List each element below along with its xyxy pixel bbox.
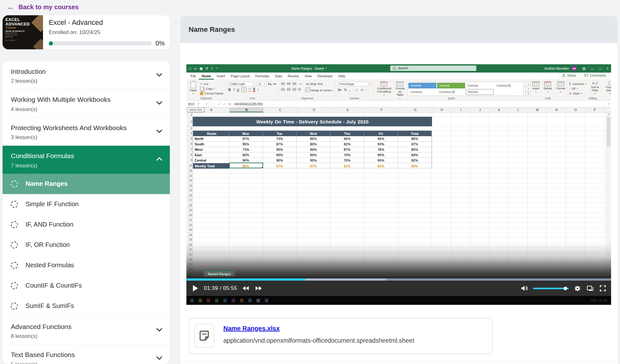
grid-row-line [193, 257, 604, 257]
value-cell: 90% [297, 152, 330, 158]
lesson-item-countif-countifs[interactable]: CountIF & CountIFs [3, 276, 170, 296]
title-dropdown-icon: ▾ [325, 67, 327, 70]
excel-tab-home: Home [199, 73, 214, 80]
table-data-row: South95%87%80%82%93%87% [193, 142, 432, 147]
grid-row-line [193, 217, 604, 218]
sidebar-section-working-with-multiple-workbooks[interactable]: Working With Multiple Workbooks4 lesson(… [3, 89, 170, 117]
column-header-l: L [509, 108, 528, 112]
back-to-courses-link[interactable]: ← Back to my courses [7, 3, 79, 11]
sidebar-section-introduction[interactable]: Introduction2 lesson(s) [3, 61, 170, 89]
align-left-icon [281, 88, 285, 91]
grid-row-line [193, 247, 604, 247]
grid-row-line [193, 178, 604, 178]
grid-row-line [193, 276, 604, 277]
autosum-button: ΣAutoSum▾ [569, 82, 587, 86]
row-number: 24 [186, 233, 192, 238]
course-enrolled-date: Enrolled on: 10/24/25 [49, 29, 165, 36]
italic-button: I [233, 88, 234, 92]
lesson-item-nested-formulas[interactable]: Nested Formulas [3, 255, 170, 276]
value-cell: 73% [263, 136, 297, 142]
chevron-down-icon [155, 326, 163, 335]
sidebar-section-text-based-functions[interactable]: Text Based Functions5 lesson(s) [3, 344, 170, 364]
ribbon-group-alignment: ∘▾ ab Wrap Text Merge & Center ▾ Alignme… [279, 80, 336, 100]
grid-column [470, 113, 489, 282]
row-number: 6 [186, 141, 192, 147]
column-header-d: D [297, 108, 331, 112]
column-header-b: B [230, 108, 263, 112]
column-header-f: F [365, 108, 399, 112]
taskbar-icon [265, 299, 268, 302]
value-cell: 90% [330, 136, 364, 142]
section-lesson-count: 5 lesson(s) [11, 361, 162, 364]
attachment-filename-link[interactable]: Name Ranges.xlsx [223, 325, 280, 332]
value-cell: 87% [330, 147, 364, 152]
sidebar-section-protecting-worksheets-and-workbooks[interactable]: Protecting Worksheets And Workbooks3 les… [3, 117, 170, 145]
lesson-status-icon [11, 221, 18, 228]
cell-style-currency-0: Currency [0] [437, 89, 465, 95]
dots-icon: ⋮ [212, 102, 215, 106]
settings-button[interactable] [573, 284, 581, 292]
grid-row-line [193, 262, 604, 262]
excel-tab-developer: Developer [314, 73, 335, 80]
value-cell: 85% [297, 136, 330, 142]
borders-icon [242, 88, 247, 92]
excel-tab-insert: Insert [214, 73, 228, 80]
format-painter-icon [200, 92, 203, 95]
bold-button: B [228, 88, 231, 92]
lesson-item-sumif-sumifs[interactable]: SumIF & SumIFs [3, 296, 170, 316]
value-cell: 90% [263, 152, 297, 158]
row-number-gutter: 1234567891011121314151617181920212223242… [186, 113, 193, 282]
row-label-cell: South [193, 142, 229, 147]
play-button[interactable] [191, 284, 199, 293]
grow-font-icon: A▴ [268, 82, 272, 86]
lesson-label: IF, AND Function [25, 221, 73, 228]
sidebar-section-conditional-formulas[interactable]: Conditional Formulas7 lesson(s) [3, 145, 170, 173]
value-cell: 70% [330, 152, 364, 158]
taskbar-icon [223, 299, 227, 302]
enter-icon: ✓ [223, 102, 226, 106]
value-cell: 82% [330, 142, 364, 147]
lesson-item-name-ranges[interactable]: Name Ranges [3, 174, 170, 194]
row-number: 19 [186, 208, 192, 213]
format-cells-button: Format▾ [555, 81, 566, 94]
delete-icon [544, 81, 551, 86]
fast-forward-button[interactable] [255, 285, 263, 292]
picture-in-picture-button[interactable] [586, 284, 594, 292]
cell-style-accent5: Accent5 [408, 83, 436, 88]
lesson-item-simple-if-function[interactable]: Simple IF Function [3, 194, 170, 214]
lesson-item-if-or-function[interactable]: IF, OR Function [3, 235, 170, 255]
row-number: 31 [186, 267, 192, 272]
volume-slider[interactable] [533, 288, 569, 289]
group-label: Editing [567, 97, 611, 100]
row-number: 14 [186, 183, 192, 188]
volume-knob[interactable] [564, 287, 567, 290]
lesson-item-if-and-function[interactable]: IF, AND Function [3, 214, 170, 235]
section-title: Text Based Functions [11, 350, 162, 360]
value-cell: 80% [297, 142, 330, 147]
grid-row-line [193, 232, 604, 233]
grid-row-line [193, 207, 604, 208]
volume-button[interactable] [520, 284, 528, 292]
fullscreen-button[interactable] [599, 284, 607, 292]
sidebar-section-advanced-functions[interactable]: Advanced Functions8 lesson(s) [3, 316, 170, 344]
excel-tab-help: Help [335, 73, 348, 80]
row-number: 5 [186, 136, 192, 141]
course-title: Excel - Advanced [49, 18, 165, 27]
value-cell: 87% [263, 163, 297, 169]
value-cell: 87% [297, 163, 330, 169]
column-headers: ABCDEFGHIJKLMNOP [186, 108, 611, 113]
percent-style-icon: % [344, 88, 347, 92]
seek-bar[interactable] [186, 278, 611, 281]
clear-button: ✖Clear▾ [569, 91, 587, 95]
column-header-j: J [471, 108, 490, 112]
open-icon: ▭ [194, 66, 197, 71]
merge-icon [305, 88, 310, 92]
align-center-icon [287, 88, 291, 91]
share-button: Share [559, 73, 579, 78]
rewind-button[interactable] [242, 285, 250, 292]
video-player[interactable]: □ ▭ ▣ ↺ ↻ ▾ Name Ranges - Saved ▾ Search… [186, 64, 611, 305]
align-right-icon [292, 88, 296, 91]
value-cell: 95% [229, 142, 263, 147]
value-cell: Total [398, 131, 432, 136]
orientation-icon: ∘▾ [298, 82, 301, 86]
